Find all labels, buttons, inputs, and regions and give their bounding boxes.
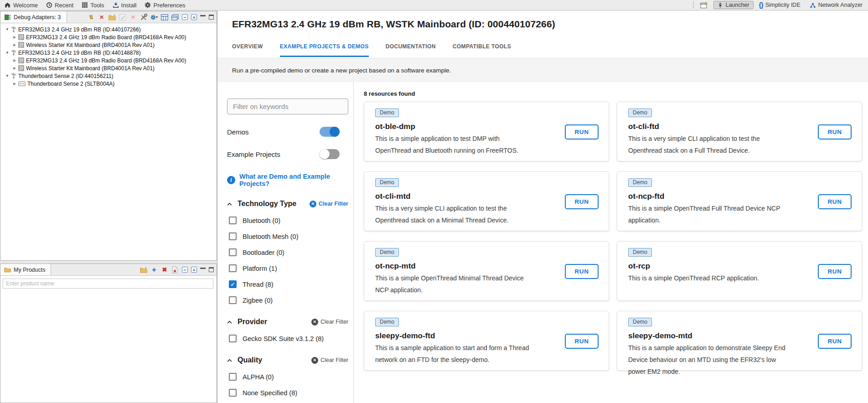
- tab-overview[interactable]: OVERVIEW: [232, 43, 263, 57]
- cascade-view-icon[interactable]: [171, 14, 179, 21]
- tab-compatible-tools[interactable]: COMPATIBLE TOOLS: [453, 43, 511, 57]
- debug-adapters-toolbar: ⇅ ✕ ✕ ▾ − +: [88, 11, 217, 23]
- expand-twisty-icon[interactable]: ▶: [11, 58, 18, 62]
- expand-twisty-icon[interactable]: ▶: [11, 82, 18, 86]
- keyword-filter-input[interactable]: [227, 98, 348, 114]
- run-button[interactable]: RUN: [565, 334, 599, 349]
- workbench-toolbar: Welcome Recent Tools Install Preferences…: [0, 0, 868, 10]
- run-button[interactable]: RUN: [818, 334, 852, 349]
- remove-all-products-icon[interactable]: [171, 266, 179, 274]
- filter-option-bluetooth-mesh: Bluetooth Mesh (0): [229, 231, 348, 242]
- expand-twisty-icon[interactable]: ▶: [11, 35, 18, 39]
- expand-all-icon[interactable]: +: [191, 267, 197, 273]
- maximize-panel-icon[interactable]: [209, 15, 214, 20]
- option-label: Zigbee (0): [243, 297, 273, 304]
- run-button[interactable]: RUN: [565, 194, 599, 209]
- checkbox-alpha[interactable]: [229, 373, 237, 381]
- connect-adapter-icon[interactable]: ⇅: [88, 14, 95, 21]
- collapse-twisty-icon[interactable]: ▼: [4, 51, 10, 55]
- perspective-launcher[interactable]: Launcher: [713, 1, 753, 9]
- filter-option-alpha: ALPHA (0): [229, 372, 348, 382]
- add-product-icon[interactable]: +: [150, 266, 158, 274]
- checkbox-gecko-sdk[interactable]: [229, 335, 237, 342]
- run-button[interactable]: RUN: [818, 194, 852, 209]
- collapse-twisty-icon[interactable]: ▼: [4, 27, 10, 31]
- demo-card-sleepy-demo-ftd: Demo sleepy-demo-ftd This is a sample ap…: [364, 311, 609, 371]
- remove-product-icon[interactable]: ✖: [161, 266, 168, 274]
- tab-documentation[interactable]: DOCUMENTATION: [386, 43, 436, 57]
- install-button[interactable]: Install: [108, 0, 141, 10]
- expand-twisty-icon[interactable]: ▶: [11, 43, 18, 47]
- minimize-panel-icon[interactable]: [200, 268, 206, 269]
- tree-item-adapter-3[interactable]: ▼ Thunderboard Sense 2 (ID:440156211): [1, 72, 217, 80]
- demo-badge: Demo: [628, 178, 652, 187]
- delete-adapter-icon[interactable]: ✕: [129, 14, 137, 21]
- folder-icon: [4, 267, 11, 273]
- demo-badge: Demo: [375, 108, 399, 117]
- clear-filter-quality[interactable]: ✕ Clear Filter: [311, 357, 348, 364]
- toggle-knob: [330, 127, 340, 137]
- maximize-panel-icon[interactable]: [209, 267, 214, 272]
- expand-twisty-icon[interactable]: ▶: [11, 66, 18, 70]
- option-label: Bootloader (0): [243, 249, 284, 256]
- device-tools-icon[interactable]: [140, 14, 147, 21]
- collapse-all-icon[interactable]: −: [182, 267, 188, 273]
- checkbox-bootloader[interactable]: [229, 248, 237, 256]
- checkbox-bluetooth[interactable]: [229, 217, 237, 224]
- tree-item-adapter-2[interactable]: ▼ EFR32MG13 2.4 GHz 19 dBm RB (ID:440148…: [1, 49, 217, 57]
- run-button[interactable]: RUN: [818, 124, 852, 140]
- section-technology-type: Technology Type ✕ Clear Filter: [227, 200, 348, 208]
- table-view-icon[interactable]: [161, 14, 168, 21]
- tree-item-label: EFR32MG13 2.4 GHz 19 dBm Radio Board (BR…: [26, 34, 186, 41]
- chevron-up-icon[interactable]: [227, 359, 232, 362]
- rename-icon[interactable]: [119, 14, 126, 21]
- tree-item-board[interactable]: ▶ EFR32MG13 2.4 GHz 19 dBm Radio Board (…: [1, 57, 217, 64]
- results-area: 8 resources found Demo ot-ble-dmp This i…: [354, 82, 868, 403]
- chevron-up-icon[interactable]: [227, 202, 232, 206]
- checkbox-platform[interactable]: [229, 264, 237, 272]
- expand-all-icon[interactable]: +: [191, 14, 197, 20]
- run-button[interactable]: RUN: [565, 124, 599, 140]
- open-perspective-button[interactable]: [697, 1, 712, 9]
- debug-adapters-tab[interactable]: Debug Adapters: 3: [0, 11, 67, 23]
- perspective-simplicity-ide[interactable]: { } Simplicity IDE: [755, 1, 804, 9]
- checkbox-zigbee[interactable]: [229, 296, 237, 304]
- checkbox-thread[interactable]: ✓: [229, 280, 237, 288]
- product-search-input[interactable]: [3, 279, 213, 289]
- what-are-demos-link[interactable]: What are Demo and Example Projects?: [239, 173, 348, 187]
- chevron-up-icon[interactable]: [227, 320, 232, 324]
- tree-item-label: Thunderboard Sense 2 (SLTB004A): [27, 81, 114, 87]
- example-projects-toggle[interactable]: [320, 149, 340, 159]
- new-group-folder-icon[interactable]: [108, 14, 116, 21]
- tree-item-board[interactable]: ▶ EFR32MG13 2.4 GHz 19 dBm Radio Board (…: [1, 33, 217, 41]
- tree-item-board[interactable]: ▶ Wireless Starter Kit Mainboard (BRD400…: [1, 64, 217, 72]
- welcome-button[interactable]: Welcome: [0, 0, 42, 10]
- minimize-panel-icon[interactable]: [200, 15, 206, 16]
- section-title: Provider: [238, 318, 267, 326]
- filter-option-platform: Platform (1): [229, 263, 348, 274]
- disconnect-adapter-icon[interactable]: ✕: [98, 14, 105, 21]
- perspective-network-analyzer[interactable]: Network Analyzer: [806, 1, 866, 9]
- checkbox-none-specified[interactable]: [229, 389, 237, 397]
- tab-example-projects-demos[interactable]: EXAMPLE PROJECTS & DEMOS: [280, 43, 369, 57]
- settings-menu-icon[interactable]: ▾: [150, 14, 158, 21]
- perspective-simplicity-ide-label: Simplicity IDE: [765, 2, 801, 8]
- collapse-all-icon[interactable]: −: [182, 14, 188, 20]
- tree-item-board[interactable]: ▶ Wireless Starter Kit Mainboard (BRD400…: [1, 41, 217, 49]
- clear-filter-technology[interactable]: ✕ Clear Filter: [310, 201, 348, 207]
- my-products-tab[interactable]: My Products: [0, 264, 51, 275]
- new-folder-icon[interactable]: [140, 266, 147, 274]
- run-button[interactable]: RUN: [818, 264, 852, 279]
- collapse-twisty-icon[interactable]: ▼: [4, 74, 10, 78]
- demo-card-ot-rcp: Demo ot-rcp This is a simple OpenThread …: [617, 241, 862, 301]
- run-button[interactable]: RUN: [565, 264, 599, 279]
- recent-button[interactable]: Recent: [42, 0, 78, 10]
- preferences-button[interactable]: Preferences: [140, 0, 189, 10]
- demos-toggle[interactable]: [320, 127, 340, 137]
- tree-item-adapter-1[interactable]: ▼ EFR32MG13 2.4 GHz 19 dBm RB (ID:440107…: [1, 26, 217, 33]
- tree-item-thunderboard[interactable]: ▶ Thunderboard Sense 2 (SLTB004A): [1, 80, 217, 88]
- tools-button[interactable]: Tools: [78, 0, 108, 10]
- clear-filter-provider[interactable]: ✕ Clear Filter: [311, 319, 348, 326]
- checkbox-bluetooth-mesh[interactable]: [229, 232, 237, 240]
- examples-content: Demos Example Projects i What are Demo a…: [217, 82, 868, 403]
